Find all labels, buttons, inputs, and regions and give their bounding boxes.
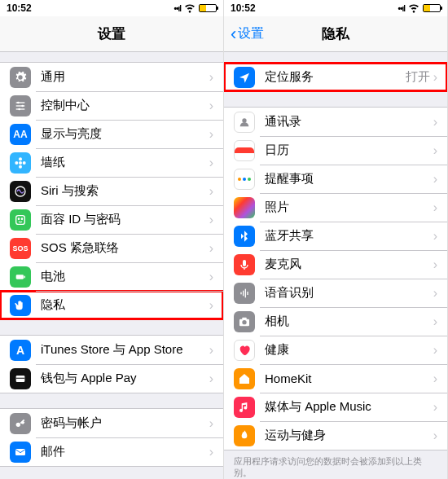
music-row[interactable]: 媒体与 Apple Music› [224, 393, 447, 421]
svg-rect-29 [242, 317, 246, 319]
page-title: 隐私 [322, 24, 349, 43]
row-label: 钱包与 Apple Pay [41, 371, 209, 386]
row-label: 蓝牙共享 [265, 228, 433, 244]
siri-row[interactable]: Siri 与搜索› [0, 177, 223, 205]
wallpaper-icon [10, 152, 31, 174]
row-label: 显示与亮度 [41, 126, 209, 142]
wallpaper-row[interactable]: 墙纸› [0, 148, 223, 177]
svg-point-7 [19, 157, 22, 160]
row-detail: 打开 [406, 69, 430, 85]
svg-point-28 [242, 320, 246, 324]
chevron-right-icon: › [433, 172, 437, 187]
svg-rect-20 [15, 449, 25, 455]
status-right: ••ıl [173, 1, 217, 16]
chevron-right-icon: › [433, 257, 437, 272]
camera-row[interactable]: 相机› [224, 307, 447, 336]
svg-point-10 [23, 161, 26, 165]
back-button[interactable]: ‹ 设置 [231, 25, 264, 43]
settings-list[interactable]: 通用›控制中心›AA显示与亮度›墙纸›Siri 与搜索›面容 ID 与密码›SO… [0, 52, 223, 479]
row-label: 语音识别 [265, 285, 433, 301]
speech-row[interactable]: 语音识别› [224, 279, 447, 307]
mail-row[interactable]: 邮件› [0, 437, 223, 466]
passwords-icon [10, 413, 31, 434]
svg-point-14 [21, 218, 22, 219]
display-row[interactable]: AA显示与亮度› [0, 120, 223, 148]
location-row[interactable]: 定位服务打开› [224, 63, 447, 91]
nav-bar: 设置 [0, 16, 223, 52]
svg-point-6 [19, 161, 22, 165]
row-label: 麦克风 [265, 257, 433, 272]
row-label: 提醒事项 [265, 171, 433, 187]
battery-row[interactable]: 电池› [0, 262, 223, 291]
chevron-right-icon: › [433, 371, 437, 386]
display-icon: AA [10, 124, 31, 145]
svg-rect-22 [243, 260, 246, 266]
control-center-row[interactable]: 控制中心› [0, 91, 223, 120]
activity-row[interactable]: 运动与健身› [224, 421, 447, 450]
calendar-row[interactable]: 日历› [224, 136, 447, 165]
reminders-icon [234, 169, 255, 190]
general-row[interactable]: 通用› [0, 63, 223, 91]
photos-row[interactable]: 照片› [224, 193, 447, 222]
chevron-right-icon: › [209, 416, 213, 431]
general-icon [10, 67, 31, 88]
wallet-icon [10, 368, 31, 389]
status-time: 10:52 [7, 2, 32, 14]
chevron-right-icon: › [433, 400, 437, 415]
row-label: 隐私 [41, 297, 209, 313]
calendar-icon [234, 140, 255, 161]
homekit-icon [234, 368, 255, 389]
row-label: 控制中心 [41, 98, 209, 113]
chevron-right-icon: › [433, 143, 437, 158]
back-label: 设置 [238, 25, 264, 42]
chevron-right-icon: › [209, 70, 213, 85]
privacy-list[interactable]: 定位服务打开›通讯录›日历›提醒事项›照片›蓝牙共享›麦克风›语音识别›相机›健… [224, 52, 447, 479]
mail-icon [10, 442, 31, 463]
signal-icon: ••ıl [173, 4, 181, 13]
chevron-right-icon: › [433, 314, 437, 329]
sos-row[interactable]: SOSSOS 紧急联络› [0, 234, 223, 262]
privacy-pane-right: 10:52 ••ıl ‹ 设置 隐私 定位服务打开›通讯录›日历›提醒事项›照片… [224, 0, 448, 479]
signal-icon: ••ıl [397, 4, 405, 13]
row-label: 邮件 [41, 444, 209, 459]
bluetooth-row[interactable]: 蓝牙共享› [224, 222, 447, 250]
siri-icon [10, 181, 31, 202]
chevron-right-icon: › [433, 286, 437, 301]
reminders-row[interactable]: 提醒事项› [224, 165, 447, 193]
faceid-icon [10, 209, 31, 231]
settings-pane-left: 10:52 ••ıl 设置 通用›控制中心›AA显示与亮度›墙纸›Siri 与搜… [0, 0, 224, 479]
health-icon [234, 340, 255, 361]
svg-point-19 [16, 422, 20, 426]
wallet-row[interactable]: 钱包与 Apple Pay› [0, 364, 223, 393]
privacy-row[interactable]: 隐私› [0, 291, 223, 319]
bluetooth-icon [234, 226, 255, 247]
microphone-row[interactable]: 麦克风› [224, 250, 447, 279]
health-row[interactable]: 健康› [224, 336, 447, 364]
nav-bar: ‹ 设置 隐私 [224, 16, 447, 52]
faceid-row[interactable]: 面容 ID 与密码› [0, 205, 223, 234]
svg-rect-26 [247, 292, 248, 295]
row-label: 通讯录 [265, 114, 433, 130]
camera-icon [234, 311, 255, 332]
location-icon [234, 67, 255, 88]
status-bar: 10:52 ••ıl [224, 0, 447, 16]
chevron-right-icon: › [209, 213, 213, 227]
wifi-icon [183, 1, 196, 16]
appstore-row[interactable]: AiTunes Store 与 App Store› [0, 336, 223, 364]
chevron-right-icon: › [209, 371, 213, 386]
appstore-icon: A [10, 340, 31, 361]
contacts-icon [234, 112, 255, 133]
passwords-row[interactable]: 密码与帐户› [0, 409, 223, 437]
svg-rect-15 [16, 275, 24, 279]
sos-icon: SOS [10, 238, 31, 259]
contacts-row[interactable]: 通讯录› [224, 108, 447, 136]
control-center-icon [10, 95, 31, 116]
svg-rect-23 [240, 292, 241, 294]
battery-icon [199, 4, 217, 12]
microphone-icon [234, 254, 255, 275]
homekit-row[interactable]: HomeKit› [224, 364, 447, 393]
svg-point-21 [242, 118, 246, 122]
row-label: 密码与帐户 [41, 415, 209, 431]
chevron-right-icon: › [209, 156, 213, 170]
svg-point-13 [18, 218, 19, 219]
